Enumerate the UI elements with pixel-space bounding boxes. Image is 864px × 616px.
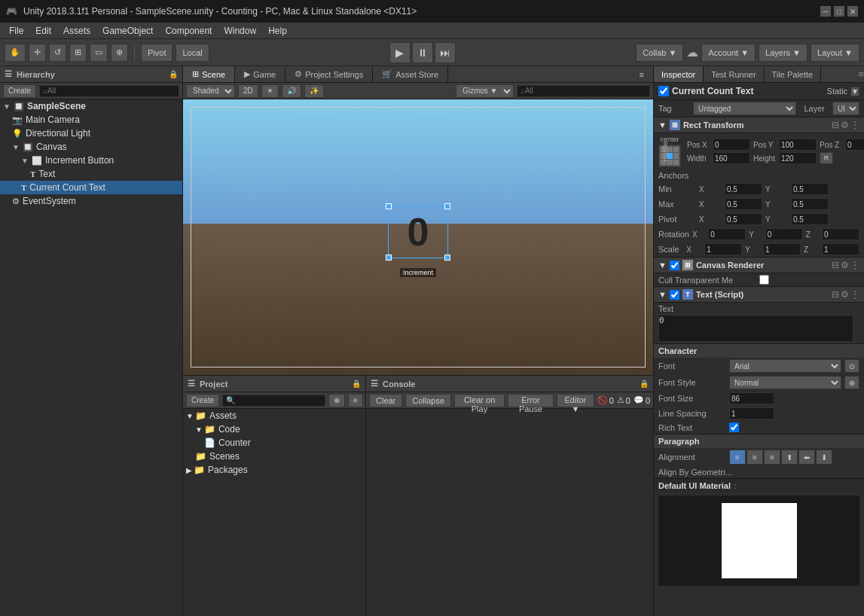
shaded-dropdown[interactable]: Shaded xyxy=(186,84,235,98)
layers-dropdown[interactable]: Layers ▼ xyxy=(759,44,808,62)
layout-dropdown[interactable]: Layout ▼ xyxy=(811,44,859,62)
tab-asset-store[interactable]: 🛒 Asset Store xyxy=(373,66,448,82)
hierarchy-lock-icon[interactable]: 🔒 xyxy=(169,70,178,78)
audio-toggle[interactable]: 🔊 xyxy=(282,84,301,98)
scene-search-input[interactable] xyxy=(517,85,650,97)
console-lock-icon[interactable]: 🔒 xyxy=(640,380,649,388)
anchor-cell-6[interactable] xyxy=(673,153,679,158)
hierarchy-create-button[interactable]: Create xyxy=(3,84,36,98)
project-item-code[interactable]: ▼ 📁 Code xyxy=(183,422,365,436)
hierarchy-item-incrementbutton[interactable]: ▼ ⬜ Increment Button xyxy=(0,154,182,167)
tab-inspector[interactable]: Inspector xyxy=(654,66,704,82)
rect-tool[interactable]: ▭ xyxy=(90,44,108,62)
menu-assets[interactable]: Assets xyxy=(57,24,96,38)
account-dropdown[interactable]: Account ▼ xyxy=(701,44,756,62)
handle-bottom-right[interactable] xyxy=(444,255,450,261)
scale-tool[interactable]: ⊞ xyxy=(69,44,87,62)
project-item-scenes[interactable]: 📁 Scenes xyxy=(183,450,365,463)
hierarchy-item-currentcounttext[interactable]: T Current Count Text xyxy=(0,181,182,194)
menu-edit[interactable]: Edit xyxy=(29,24,57,38)
pivot-dropdown[interactable]: Pivot xyxy=(141,44,172,62)
pos-z-input[interactable] xyxy=(845,139,864,151)
step-button[interactable]: ⏭ xyxy=(435,42,456,63)
hand-tool[interactable]: ✋ xyxy=(5,44,26,62)
project-filter-button[interactable]: ⊕ xyxy=(328,394,345,407)
anchor-min-y-input[interactable] xyxy=(791,183,829,195)
font-dropdown[interactable]: Arial xyxy=(729,359,841,373)
hierarchy-item-text[interactable]: T Text xyxy=(0,167,182,181)
menu-window[interactable]: Window xyxy=(218,24,262,38)
richtext-checkbox[interactable] xyxy=(729,422,739,432)
project-item-counter[interactable]: 📄 Counter xyxy=(183,436,365,450)
rot-y-input[interactable] xyxy=(765,228,803,240)
2d-toggle[interactable]: 2D xyxy=(238,84,258,98)
anchor-max-x-input[interactable] xyxy=(725,198,762,210)
scale-y-input[interactable] xyxy=(763,243,801,255)
hierarchy-item-maincamera[interactable]: 📷 Main Camera xyxy=(0,113,182,127)
anchor-max-y-input[interactable] xyxy=(791,198,829,210)
scene-viewport[interactable]: 0 Increment xyxy=(183,99,653,375)
inspector-panel-menu[interactable]: ≡ xyxy=(858,69,864,80)
anchor-cell-3[interactable] xyxy=(673,147,679,152)
menu-component[interactable]: Component xyxy=(159,24,218,38)
align-left-button[interactable]: ≡ xyxy=(729,450,746,465)
hierarchy-item-eventsystem[interactable]: ⚙ EventSystem xyxy=(0,194,182,208)
linespacing-input[interactable] xyxy=(729,407,774,419)
scale-x-input[interactable] xyxy=(704,243,742,255)
handle-top-right[interactable] xyxy=(444,203,450,209)
rot-z-input[interactable] xyxy=(822,228,859,240)
rect-cog-button[interactable]: ⚙ xyxy=(841,120,849,130)
menu-file[interactable]: File xyxy=(3,24,29,38)
rect-menu-button[interactable]: ⋮ xyxy=(850,120,859,130)
canvas-menu-button[interactable]: ⋮ xyxy=(850,260,859,270)
project-view-button[interactable]: ≡ xyxy=(348,394,363,407)
layer-dropdown[interactable]: UI xyxy=(832,102,859,115)
fontstyle-dropdown[interactable]: Normal xyxy=(729,376,841,389)
object-active-checkbox[interactable] xyxy=(658,86,669,96)
align-right-button[interactable]: ≡ xyxy=(764,450,780,465)
rot-x-input[interactable] xyxy=(708,228,746,240)
pos-x-input[interactable] xyxy=(713,139,750,151)
canvas-cog-button[interactable]: ⚙ xyxy=(841,260,849,270)
collapse-button[interactable]: Collapse xyxy=(405,394,451,407)
menu-gameobject[interactable]: GameObject xyxy=(96,24,159,38)
transform-tool[interactable]: ⊕ xyxy=(111,44,128,62)
align-bottom-button[interactable]: ⬇ xyxy=(816,450,832,465)
scene-panel-menu[interactable]: ≡ xyxy=(630,66,653,82)
text-menu-button[interactable]: ⋮ xyxy=(850,289,859,300)
project-create-button[interactable]: Create xyxy=(186,394,219,407)
clear-on-play-button[interactable]: Clear on Play xyxy=(454,394,505,407)
clear-button[interactable]: Clear xyxy=(369,394,402,407)
canvas-renderer-checkbox[interactable] xyxy=(670,261,679,270)
menu-help[interactable]: Help xyxy=(262,24,293,38)
project-item-packages[interactable]: ▶ 📁 Packages xyxy=(183,463,365,477)
gizmos-dropdown[interactable]: Gizmos ▼ xyxy=(456,84,514,98)
tab-project-settings[interactable]: ⚙ Project Settings xyxy=(285,66,373,82)
project-item-assets[interactable]: ▼ 📁 Assets xyxy=(183,409,365,422)
handle-top-left[interactable] xyxy=(386,203,392,209)
hierarchy-item-canvas[interactable]: ▼ 🔲 Canvas xyxy=(0,140,182,154)
hierarchy-item-directionallight[interactable]: 💡 Directional Light xyxy=(0,127,182,140)
fontsize-input[interactable] xyxy=(729,392,774,404)
play-button[interactable]: ▶ xyxy=(389,42,411,63)
maximize-button[interactable]: □ xyxy=(834,6,844,17)
project-lock-icon[interactable]: 🔒 xyxy=(352,380,361,388)
close-button[interactable]: ✕ xyxy=(847,6,858,17)
text-cog-button[interactable]: ⚙ xyxy=(841,289,849,300)
text-value-textarea[interactable]: 0 xyxy=(658,315,853,342)
height-input[interactable] xyxy=(779,152,817,164)
fx-toggle[interactable]: ✨ xyxy=(304,84,324,98)
tag-dropdown[interactable]: Untagged xyxy=(693,102,796,115)
collab-dropdown[interactable]: Collab ▼ xyxy=(636,44,683,62)
canvas-renderer-header[interactable]: ▼ ⊞ Canvas Renderer ⊟ ⚙ ⋮ xyxy=(654,257,864,273)
text-script-checkbox[interactable] xyxy=(670,290,679,300)
scale-z-input[interactable] xyxy=(822,243,859,255)
move-tool[interactable]: ✛ xyxy=(29,44,46,62)
handle-bottom-left[interactable] xyxy=(386,255,392,261)
rotate-tool[interactable]: ↺ xyxy=(49,44,66,62)
anchor-cell-9[interactable] xyxy=(673,160,679,165)
text-settings-button[interactable]: ⊟ xyxy=(832,289,839,300)
cull-checkbox[interactable] xyxy=(759,275,769,285)
hierarchy-search-input[interactable] xyxy=(39,85,179,97)
tab-test-runner[interactable]: Test Runner xyxy=(704,66,764,82)
